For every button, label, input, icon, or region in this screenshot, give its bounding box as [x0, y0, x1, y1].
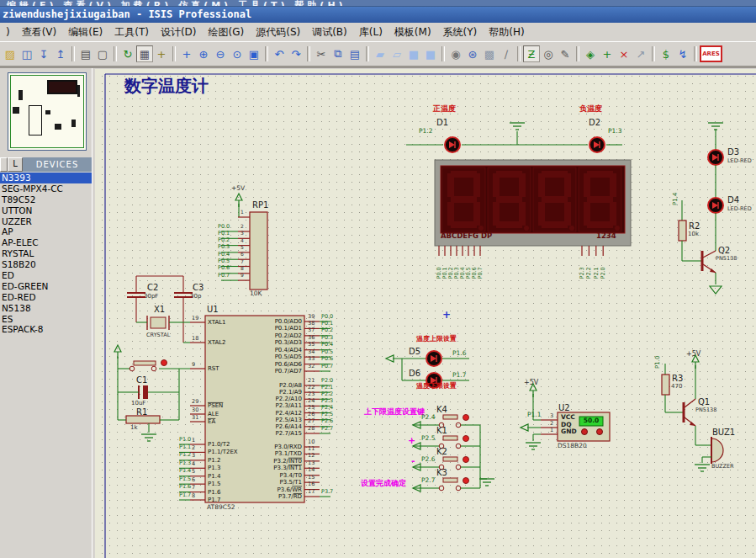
pin-number[interactable]: 1 [550, 427, 553, 433]
pin-name[interactable]: P0.7/AD7 [275, 368, 302, 375]
device-item-N3393[interactable]: N3393 [0, 173, 92, 183]
menu-item[interactable]: ) [0, 24, 16, 40]
net-label[interactable]: P1.4 [179, 467, 191, 474]
display-7seg[interactable] [542, 221, 568, 228]
ref-U2[interactable]: U2 [558, 403, 570, 412]
pin-number[interactable]: 39 [308, 313, 315, 320]
value-C2[interactable]: 30pF [144, 293, 158, 300]
pin-number[interactable]: 1 [241, 209, 244, 215]
pin-number[interactable]: 8 [241, 265, 244, 271]
pin-name[interactable]: P2.0/A8 [279, 382, 302, 389]
net-label[interactable]: P1.4 [672, 192, 679, 205]
net-label[interactable]: P1.0 [654, 356, 661, 369]
net-label[interactable]: P0.5 [218, 258, 230, 264]
menu-item[interactable]: 库(L) [353, 24, 389, 41]
knob-up[interactable] [582, 429, 588, 435]
net-label[interactable]: P0.4 [218, 251, 230, 258]
component-reset-button[interactable] [161, 360, 167, 366]
component-K3[interactable] [456, 486, 461, 491]
device-item-T89C52[interactable]: T89C52 [0, 194, 92, 205]
net-label[interactable]: P1.1 [527, 411, 542, 418]
net-label[interactable]: P0.6 [218, 264, 230, 271]
pin-number[interactable]: 13 [308, 460, 315, 466]
net-label[interactable]: P0.1 [321, 320, 333, 327]
save-button[interactable]: ◫ [19, 45, 35, 62]
knob-down[interactable] [597, 429, 603, 435]
pin-number[interactable]: 18 [192, 335, 198, 342]
value-RP1[interactable]: 10K [250, 290, 263, 297]
pin-name[interactable]: P2.7/A15 [276, 430, 302, 437]
annotation-lower-limit[interactable]: 温度下限设置 [415, 381, 457, 390]
net-label[interactable]: P0.5 [321, 348, 333, 355]
origin-button[interactable]: + [153, 45, 170, 62]
net-label[interactable]: P2.4 [421, 413, 436, 421]
net-label[interactable]: P1.3 [179, 460, 191, 466]
net-label[interactable]: P0.1 [218, 230, 230, 236]
pin-name[interactable]: P3.1/TXD [275, 450, 302, 457]
pin-number[interactable]: 21 [308, 377, 315, 384]
block-move-button[interactable]: ▱ [389, 45, 405, 62]
net-label[interactable]: P0.7 [477, 267, 484, 279]
component-K2[interactable] [456, 465, 461, 470]
device-item-AP-ELEC[interactable]: AP-ELEC [0, 237, 92, 248]
display-7seg[interactable] [524, 226, 529, 231]
display-7seg[interactable] [542, 171, 568, 178]
display-7seg[interactable] [447, 202, 454, 226]
ref-D3[interactable]: D3 [727, 147, 739, 157]
ref-D6[interactable]: D6 [409, 369, 420, 378]
net-label[interactable]: P0.0 [218, 223, 230, 230]
component-K2[interactable] [463, 457, 469, 463]
component-R3[interactable] [662, 375, 669, 395]
pin-name[interactable]: VCC [561, 413, 575, 421]
net-label[interactable]: P2.1 [321, 384, 333, 391]
pin-name[interactable]: P2.3/A11 [276, 402, 302, 409]
display-7seg[interactable] [587, 171, 613, 178]
search-tag-button[interactable]: ◎ [540, 45, 557, 62]
pin-name[interactable]: P0.0/AD0 [275, 318, 302, 325]
block-copy-button[interactable]: ▰ [372, 45, 389, 62]
device-item-N5138[interactable]: N5138 [0, 303, 92, 314]
block-rotate-button[interactable]: ■ [405, 45, 422, 62]
pin-number[interactable]: 2 [241, 223, 244, 229]
net-label[interactable]: P2.0 [321, 377, 333, 384]
menu-item[interactable]: 编辑(E) [62, 24, 108, 41]
component-K4[interactable] [443, 415, 457, 419]
pin-name[interactable]: P3.6/WR [277, 486, 302, 493]
pin-number[interactable]: 6 [192, 476, 195, 483]
display-7seg[interactable] [493, 202, 500, 226]
net-label[interactable]: P0.7 [321, 363, 333, 369]
component-Q1[interactable] [685, 399, 695, 407]
display-7seg[interactable] [569, 226, 574, 231]
terminal-arrow-icon[interactable] [386, 355, 394, 362]
display-7seg[interactable] [451, 196, 477, 203]
pin-name[interactable]: P3.7/RD [278, 493, 302, 500]
make-device-button[interactable]: ⊛ [464, 45, 481, 62]
net-label[interactable]: P0.0 [321, 313, 333, 320]
display-7seg[interactable] [542, 196, 568, 203]
netlist-to-ares-button[interactable]: ARES [700, 45, 722, 62]
junction-marker[interactable]: + [442, 309, 451, 321]
decompose-button[interactable]: ∕ [498, 45, 515, 62]
undo-button[interactable]: ↶ [271, 45, 288, 62]
annotation-limit-keys[interactable]: 上下限温度设置键 [363, 407, 425, 416]
value-X1[interactable]: CRYSTAL [146, 332, 171, 338]
pin-number[interactable]: 16 [308, 481, 315, 487]
paste-button[interactable]: ▤ [346, 45, 363, 62]
pin-number[interactable]: 6 [241, 251, 244, 257]
power-arrow-icon[interactable] [114, 345, 121, 352]
net-label[interactable]: P1.3 [608, 127, 622, 135]
new-sheet-button[interactable]: + [599, 45, 616, 62]
ref-C1[interactable]: C1 [136, 375, 147, 385]
value-R1[interactable]: 1k [130, 424, 138, 431]
pin-name[interactable]: P2.1/A9 [279, 389, 302, 396]
ref-RP1[interactable]: RP1 [252, 200, 268, 210]
mark-output-area-button[interactable]: ▢ [94, 45, 111, 62]
device-item-ED-GREEN[interactable]: ED-GREEN [0, 281, 92, 292]
l-button[interactable]: L [8, 157, 23, 172]
menu-item[interactable]: 查看(V) [16, 24, 63, 41]
display-7seg[interactable] [587, 196, 613, 203]
menu-item[interactable]: 模板(M) [389, 24, 437, 41]
refresh-button[interactable]: ↻ [119, 45, 136, 62]
net-label[interactable]: P2.3 [321, 397, 333, 404]
ref-U1[interactable]: U1 [207, 305, 219, 314]
